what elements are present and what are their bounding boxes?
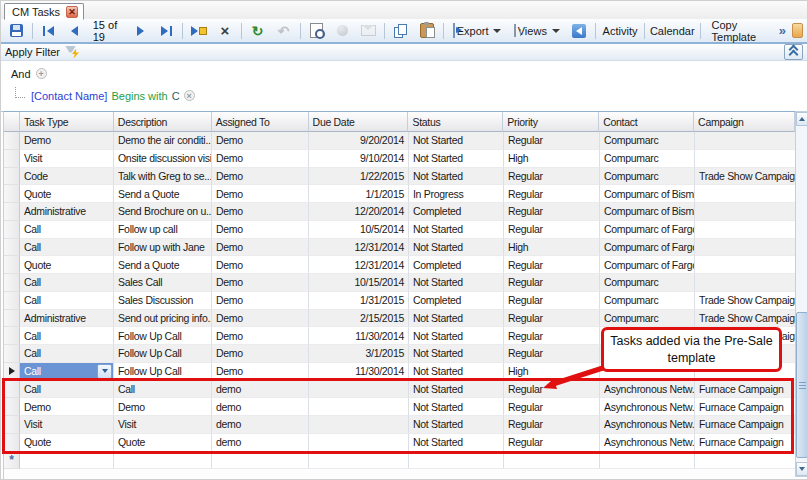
help-button[interactable] xyxy=(330,21,354,41)
table-row[interactable]: QuoteSend a QuoteDemo12/31/2014Completed… xyxy=(4,256,795,274)
cell[interactable]: Not Started xyxy=(409,132,504,150)
new-row[interactable]: * xyxy=(4,452,795,470)
cell[interactable]: Demo xyxy=(212,345,309,363)
cell[interactable]: Demo xyxy=(212,274,309,292)
row-selector[interactable] xyxy=(4,310,20,328)
cell[interactable]: Call xyxy=(20,381,114,399)
condition-operator[interactable]: Begins with xyxy=(111,90,167,102)
next-record-button[interactable] xyxy=(128,21,152,41)
activity-button[interactable]: Activity xyxy=(600,21,640,41)
cell[interactable]: Regular xyxy=(504,203,600,221)
cell[interactable]: Send a Quote xyxy=(114,185,212,203)
cell[interactable]: Regular xyxy=(504,221,600,239)
table-row[interactable]: VisitOnsite discussion visitDemo9/10/201… xyxy=(4,150,795,168)
cell[interactable]: demo xyxy=(212,434,309,452)
cell[interactable]: Demo xyxy=(212,132,309,150)
cell[interactable]: Regular xyxy=(504,310,600,328)
cell[interactable]: Compumarc xyxy=(600,150,695,168)
cell[interactable]: Completed xyxy=(409,203,504,221)
cell[interactable]: Demo xyxy=(114,398,212,416)
cell[interactable]: Administrative xyxy=(20,203,114,221)
cell[interactable]: Trade Show Campaign xyxy=(695,310,796,328)
column-header-description[interactable]: Description xyxy=(114,112,212,132)
cell[interactable]: Demo xyxy=(212,168,309,186)
cell[interactable]: Compumarc of Fargo xyxy=(600,239,695,257)
table-row[interactable]: CallSales DiscussionDemo1/31/2015Complet… xyxy=(4,292,795,310)
cell[interactable]: 11/30/2014 xyxy=(309,327,409,345)
cell[interactable]: Follow Up Call xyxy=(114,345,212,363)
row-selector[interactable] xyxy=(4,150,20,168)
row-selector[interactable] xyxy=(4,327,20,345)
first-record-button[interactable] xyxy=(37,21,61,41)
cell[interactable]: Furnace Campaign xyxy=(695,416,796,434)
delete-record-button[interactable]: × xyxy=(213,21,237,41)
cell[interactable]: 11/30/2014 xyxy=(309,363,409,381)
cell[interactable]: 10/5/2014 xyxy=(309,221,409,239)
column-header-due-date[interactable]: Due Date xyxy=(309,112,409,132)
cell[interactable]: Send a Quote xyxy=(114,256,212,274)
cell[interactable] xyxy=(309,398,409,416)
cell[interactable]: Visit xyxy=(20,416,114,434)
row-selector[interactable] xyxy=(4,381,20,399)
cell[interactable]: Quote xyxy=(114,434,212,452)
cell[interactable]: Talk with Greg to se... xyxy=(114,168,212,186)
add-condition-icon[interactable]: + xyxy=(36,68,47,79)
cell[interactable]: Not Started xyxy=(409,345,504,363)
copy-template-button[interactable]: Copy Template xyxy=(705,21,773,41)
cell[interactable]: Compumarc of Bism... xyxy=(600,185,695,203)
cell[interactable]: High xyxy=(504,363,600,381)
cell[interactable]: Completed xyxy=(409,256,504,274)
cell[interactable] xyxy=(695,239,796,257)
cell[interactable]: Regular xyxy=(504,381,600,399)
cell[interactable]: 12/31/2014 xyxy=(309,256,409,274)
cell[interactable]: Demo xyxy=(212,185,309,203)
cell[interactable]: Call xyxy=(20,274,114,292)
tab-close-icon[interactable]: ✕ xyxy=(66,6,78,18)
cell[interactable]: Compumarc xyxy=(600,292,695,310)
new-row-indicator[interactable]: * xyxy=(4,452,20,470)
cell[interactable]: Demo xyxy=(212,363,309,381)
cell[interactable]: Demo xyxy=(212,327,309,345)
cell[interactable]: Call xyxy=(20,292,114,310)
cell[interactable]: Quote xyxy=(20,185,114,203)
cell[interactable]: Not Started xyxy=(409,398,504,416)
cell[interactable] xyxy=(695,221,796,239)
cell[interactable]: Regular xyxy=(504,168,600,186)
cell[interactable]: Demo xyxy=(212,239,309,257)
cell[interactable]: 1/22/2015 xyxy=(309,168,409,186)
cell[interactable]: Regular xyxy=(504,398,600,416)
cell[interactable]: Compumarc xyxy=(600,132,695,150)
table-row[interactable]: CallCalldemoNot StartedRegularAsynchrono… xyxy=(4,381,795,399)
cell[interactable]: Demo xyxy=(212,310,309,328)
table-row[interactable]: VisitVisitdemoNot StartedRegularAsynchro… xyxy=(4,416,795,434)
cell[interactable]: Follow up call xyxy=(114,221,212,239)
task-type-combobox[interactable]: Call xyxy=(20,363,113,380)
cell[interactable]: Regular xyxy=(504,434,600,452)
collapse-filter-button[interactable] xyxy=(784,44,803,60)
cell[interactable]: Regular xyxy=(504,185,600,203)
cell[interactable]: Demo xyxy=(212,150,309,168)
calendar-button[interactable]: Calendar xyxy=(649,21,696,41)
cell[interactable] xyxy=(20,452,114,470)
cell[interactable] xyxy=(695,203,796,221)
cell[interactable]: Send out pricing info... xyxy=(114,310,212,328)
scroll-up-button[interactable] xyxy=(796,112,808,126)
column-header-task-type[interactable]: Task Type xyxy=(20,112,114,132)
cell[interactable]: 1/31/2015 xyxy=(309,292,409,310)
vertical-scrollbar[interactable] xyxy=(795,111,808,477)
new-record-button[interactable] xyxy=(187,21,211,41)
filter-icon[interactable] xyxy=(65,46,79,59)
cell[interactable] xyxy=(695,274,796,292)
cell[interactable]: 9/20/2014 xyxy=(309,132,409,150)
cell[interactable]: Regular xyxy=(504,327,600,345)
cell[interactable]: demo xyxy=(212,398,309,416)
row-selector[interactable] xyxy=(4,416,20,434)
cell[interactable]: Compumarc xyxy=(600,274,695,292)
cell[interactable] xyxy=(504,452,600,470)
save-button[interactable] xyxy=(4,21,28,41)
cell[interactable] xyxy=(309,381,409,399)
undo-button[interactable]: ↶ xyxy=(272,21,296,41)
cell[interactable]: Trade Show Campaign xyxy=(695,292,796,310)
cell[interactable]: Quote xyxy=(20,434,114,452)
cell[interactable]: Furnace Campaign xyxy=(695,398,796,416)
